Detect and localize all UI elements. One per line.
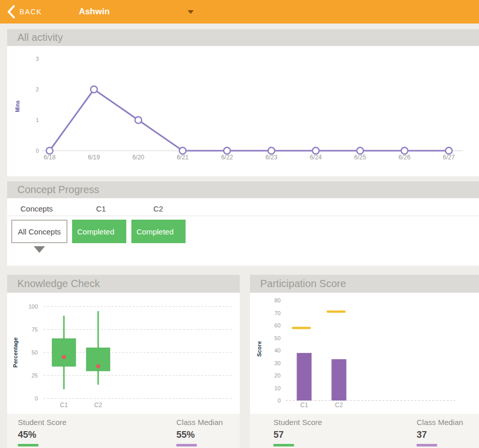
- student-score-bar: [297, 353, 312, 400]
- student-score-bar: [332, 359, 347, 400]
- y-tick-label: 25: [32, 372, 38, 379]
- student-dropdown[interactable]: Ashwin: [79, 7, 193, 17]
- knowledge-check-chart: 0255075100PercentageC1C2: [7, 293, 240, 414]
- x-tick-label: C1: [300, 402, 308, 409]
- ps-student-score-value: 57: [273, 430, 322, 440]
- ps-class-median-underline: [417, 444, 437, 446]
- y-tick-label: 50: [275, 335, 281, 341]
- activity-point: [312, 148, 319, 154]
- chevron-down-icon: [188, 10, 194, 14]
- activity-point: [224, 148, 231, 154]
- x-tick-label: 6/27: [443, 154, 455, 161]
- y-tick-label: 50: [32, 349, 38, 356]
- ps-class-median-label: Class Median: [417, 418, 463, 427]
- x-tick-label: C1: [60, 402, 68, 409]
- concept-c1-header: C1: [96, 204, 106, 213]
- x-tick-label: 6/18: [43, 154, 56, 161]
- x-tick-label: 6/21: [177, 154, 189, 161]
- topbar: BACK Ashwin: [0, 0, 479, 23]
- y-tick-label: 2: [36, 86, 39, 92]
- student-score-point: [62, 355, 66, 359]
- c1-completed-badge[interactable]: Completed: [72, 220, 126, 243]
- y-tick-label: 1: [36, 117, 39, 123]
- activity-point: [47, 148, 53, 154]
- x-tick-label: 6/23: [265, 154, 278, 161]
- x-tick-label: 6/22: [221, 154, 233, 161]
- knowledge-check-panel: Knowledge Check 0255075100PercentageC1C2…: [7, 275, 240, 448]
- box: [52, 339, 76, 366]
- concept-c2-header: C2: [153, 204, 163, 213]
- all-activity-section: All activity 0123Mins6/186/196/206/216/2…: [7, 29, 479, 176]
- y-tick-label: 0: [278, 397, 281, 404]
- kc-class-median-underline: [176, 444, 197, 446]
- divider: [7, 216, 479, 216]
- all-activity-title: All activity: [7, 29, 479, 46]
- kc-class-median-stat: Class Median 55%: [176, 418, 223, 446]
- kc-student-score-label: Student Score: [18, 418, 66, 427]
- class-median-marker: [327, 311, 346, 313]
- x-tick-label: 6/20: [132, 154, 145, 161]
- class-median-marker: [292, 327, 311, 329]
- activity-line-series: [50, 89, 449, 151]
- ps-class-median-stat: Class Median 37: [417, 418, 463, 446]
- ps-student-score-stat: Student Score 57: [273, 418, 322, 446]
- ps-student-score-label: Student Score: [273, 418, 322, 427]
- participation-score-title: Participation Score: [250, 275, 479, 293]
- activity-point: [135, 117, 142, 124]
- concept-progress-section: Concept Progress Concepts C1 C2 All Conc…: [7, 181, 479, 266]
- x-tick-label: C2: [94, 402, 102, 409]
- all-concepts-button[interactable]: All Concepts: [11, 220, 67, 243]
- y-tick-label: 70: [275, 310, 281, 316]
- kc-student-score-stat: Student Score 45%: [18, 418, 66, 446]
- y-tick-label: 75: [32, 326, 38, 333]
- y-tick-label: 0: [35, 395, 38, 402]
- y-tick-label: 100: [29, 303, 38, 310]
- selected-filter-indicator-icon: [34, 246, 45, 253]
- kc-student-score-value: 45%: [18, 430, 66, 440]
- activity-point: [90, 86, 97, 93]
- y-tick-label: 30: [275, 360, 281, 366]
- c2-completed-badge[interactable]: Completed: [131, 220, 186, 243]
- all-activity-chart: 0123Mins6/186/196/206/216/226/236/246/25…: [7, 46, 479, 176]
- y-axis-label: Mins: [15, 100, 20, 112]
- y-tick-label: 0: [36, 148, 39, 154]
- y-tick-label: 80: [275, 297, 281, 303]
- x-tick-label: 6/26: [399, 154, 411, 161]
- activity-point: [179, 148, 186, 154]
- student-name: Ashwin: [79, 7, 109, 17]
- x-tick-label: 6/24: [310, 154, 322, 161]
- kc-class-median-label: Class Median: [176, 418, 223, 427]
- student-score-point: [96, 364, 100, 368]
- x-tick-label: 6/25: [354, 154, 367, 161]
- participation-score-chart: 01020304050607080ScoreC1C2: [250, 293, 479, 414]
- kc-student-score-underline: [18, 444, 38, 446]
- x-tick-label: C2: [335, 402, 343, 409]
- activity-point: [357, 148, 363, 154]
- activity-point: [446, 148, 452, 154]
- activity-point: [401, 148, 408, 154]
- concepts-column-header: Concepts: [20, 204, 53, 213]
- y-tick-label: 3: [36, 56, 39, 62]
- y-tick-label: 60: [275, 322, 281, 328]
- y-tick-label: 10: [275, 385, 281, 391]
- y-tick-label: 20: [275, 372, 281, 379]
- y-axis-label: Score: [256, 341, 262, 357]
- participation-score-panel: Participation Score 01020304050607080Sco…: [250, 275, 479, 448]
- activity-point: [268, 148, 275, 154]
- back-chevron-icon[interactable]: [6, 5, 16, 19]
- x-tick-label: 6/19: [88, 154, 100, 161]
- knowledge-check-title: Knowledge Check: [7, 275, 240, 293]
- back-button[interactable]: BACK: [19, 8, 42, 16]
- y-axis-label: Percentage: [12, 337, 18, 367]
- ps-student-score-underline: [273, 444, 294, 446]
- concept-progress-title: Concept Progress: [7, 181, 479, 198]
- kc-class-median-value: 55%: [176, 430, 223, 440]
- y-tick-label: 40: [275, 347, 281, 353]
- ps-class-median-value: 37: [417, 430, 463, 440]
